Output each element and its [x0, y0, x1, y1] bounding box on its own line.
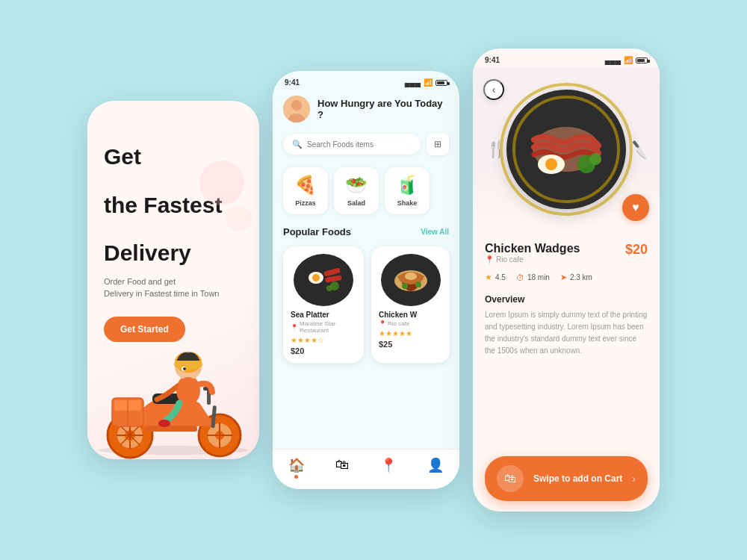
bottom-navigation: 🏠 🛍 📍 👤 — [273, 449, 459, 489]
dish-price: $20 — [625, 242, 648, 258]
battery-icon — [436, 80, 447, 86]
food-detail-screen: 9:41 ▄▄▄ 📶 ‹ 🍴 — [473, 49, 660, 511]
detail-status-bar: 9:41 ▄▄▄ 📶 — [473, 49, 660, 67]
chicken-stars: ★★★★★ — [379, 329, 442, 337]
popular-title: Popular Foods — [283, 226, 351, 237]
detail-signal: ▄▄▄ — [605, 56, 621, 64]
onboarding-screen: Get the Fastest Delivery Order Food and … — [87, 101, 259, 459]
dish-details: Chicken Wadges 📍 Rio cafe $20 ★ 4.5 ⏱ 18… — [473, 231, 660, 449]
svg-point-48 — [545, 158, 557, 170]
salad-label: Salad — [347, 199, 365, 207]
status-bar: 9:41 ▄▄▄ 📶 — [273, 71, 459, 90]
svg-point-31 — [291, 100, 302, 111]
user-avatar[interactable] — [283, 96, 310, 122]
pin-icon-2: 📍 — [379, 320, 386, 327]
svg-point-51 — [514, 97, 619, 202]
scooter-illustration — [87, 295, 259, 459]
restaurant-pin-icon: 📍 — [485, 255, 494, 264]
decor-circle-1 — [199, 161, 244, 205]
filter-button[interactable]: ⊞ — [427, 133, 449, 155]
svg-point-49 — [577, 155, 595, 173]
back-button[interactable]: ‹ — [483, 79, 504, 100]
svg-point-47 — [538, 155, 565, 174]
svg-point-46 — [533, 127, 600, 172]
dish-name: Chicken Wadges — [485, 242, 580, 255]
decor-circle-2 — [226, 205, 252, 231]
title-line3: Delivery — [104, 240, 243, 267]
pizzas-label: Pizzas — [295, 199, 316, 207]
sea-platter-stars: ★★★★☆ — [291, 336, 356, 344]
sea-platter-restaurant: 📍 Maratine Star Restaurant — [291, 320, 356, 334]
nav-cart[interactable]: 🛍 — [335, 457, 349, 479]
food-plate — [506, 90, 626, 209]
svg-point-28 — [158, 420, 170, 427]
knife-icon: 🔪 — [629, 139, 651, 160]
food-cards-row: Sea Platter 📍 Maratine Star Restaurant ★… — [273, 242, 459, 367]
dish-header: Chicken Wadges 📍 Rio cafe $20 — [485, 242, 648, 264]
shake-icon: 🧃 — [396, 175, 418, 196]
search-input[interactable] — [307, 140, 412, 149]
overview-text: Lorem Ipsum is simply dummy text of the … — [485, 309, 648, 357]
favorite-button[interactable]: ♥ — [622, 194, 649, 221]
svg-point-39 — [326, 285, 332, 291]
nav-profile[interactable]: 👤 — [427, 457, 444, 479]
shake-label: Shake — [397, 199, 418, 207]
greeting-text: How Hungry are You Today ? — [317, 98, 449, 120]
pizzas-icon: 🍕 — [294, 175, 317, 196]
popular-section-header: Popular Foods View All — [273, 222, 459, 242]
category-shake[interactable]: 🧃 Shake — [385, 167, 430, 214]
location-icon: 📍 — [380, 457, 397, 473]
cart-icon: 🛍 — [335, 457, 349, 473]
chicken-price: $25 — [379, 340, 442, 349]
chicken-image — [381, 254, 441, 306]
wifi-icon: 📶 — [424, 78, 433, 87]
category-pizzas[interactable]: 🍕 Pizzas — [283, 167, 328, 214]
status-icons: ▄▄▄ 📶 — [405, 78, 447, 87]
profile-icon: 👤 — [427, 457, 444, 473]
star-icon: ★ — [485, 273, 492, 282]
swipe-arrow: › — [632, 473, 636, 485]
svg-point-29 — [178, 377, 199, 404]
signal-bars: ▄▄▄ — [405, 78, 421, 87]
detail-battery-icon — [636, 57, 648, 63]
food-card-chicken[interactable]: Chicken W 📍 Rio cafe ★★★★★ $25 — [371, 246, 450, 363]
home-header: How Hungry are You Today ? — [273, 90, 459, 128]
overview-title: Overview — [485, 294, 648, 305]
svg-point-26 — [183, 367, 186, 370]
nav-home[interactable]: 🏠 — [288, 457, 305, 479]
detail-status-time: 9:41 — [485, 56, 500, 64]
search-box[interactable]: 🔍 — [283, 134, 421, 155]
svg-point-44 — [405, 273, 417, 280]
category-salad[interactable]: 🥗 Salad — [334, 167, 379, 214]
home-icon: 🏠 — [288, 457, 305, 473]
svg-point-42 — [402, 283, 408, 289]
search-row: 🔍 ⊞ — [273, 128, 459, 160]
detail-wifi-icon: 📶 — [624, 56, 633, 64]
cart-swipe-icon: 🛍 — [497, 465, 524, 492]
food-hero: ‹ 🍴 🔪 ♥ — [473, 67, 660, 231]
category-row: 🍕 Pizzas 🥗 Salad 🧃 Shake — [273, 160, 459, 222]
clock-icon: ⏱ — [516, 273, 524, 282]
food-card-sea-platter[interactable]: Sea Platter 📍 Maratine Star Restaurant ★… — [283, 246, 364, 363]
time-item: ⏱ 18 min — [516, 273, 550, 282]
dish-meta: ★ 4.5 ⏱ 18 min ➤ 2.3 km — [485, 273, 648, 282]
pin-icon-1: 📍 — [291, 324, 298, 331]
svg-point-50 — [589, 153, 601, 165]
swipe-label: Swipe to add on Cart — [533, 473, 622, 484]
dish-name-block: Chicken Wadges 📍 Rio cafe — [485, 242, 580, 264]
swipe-to-cart-button[interactable]: 🛍 Swipe to add on Cart › — [485, 456, 648, 501]
distance-item: ➤ 2.3 km — [560, 273, 592, 282]
salad-icon: 🥗 — [345, 175, 368, 196]
nav-active-dot — [294, 475, 298, 479]
view-all-button[interactable]: View All — [421, 228, 449, 236]
chicken-restaurant: 📍 Rio cafe — [379, 320, 442, 327]
svg-point-35 — [312, 274, 320, 281]
sea-platter-name: Sea Platter — [291, 311, 356, 319]
detail-status-icons: ▄▄▄ 📶 — [605, 56, 648, 64]
navigation-icon: ➤ — [560, 273, 567, 282]
search-icon: 🔍 — [292, 140, 303, 149]
status-time: 9:41 — [285, 78, 300, 87]
svg-point-43 — [415, 281, 421, 287]
food-home-screen: 9:41 ▄▄▄ 📶 How Hungry are You Today ? 🔍 … — [273, 71, 459, 489]
nav-location[interactable]: 📍 — [380, 457, 397, 479]
